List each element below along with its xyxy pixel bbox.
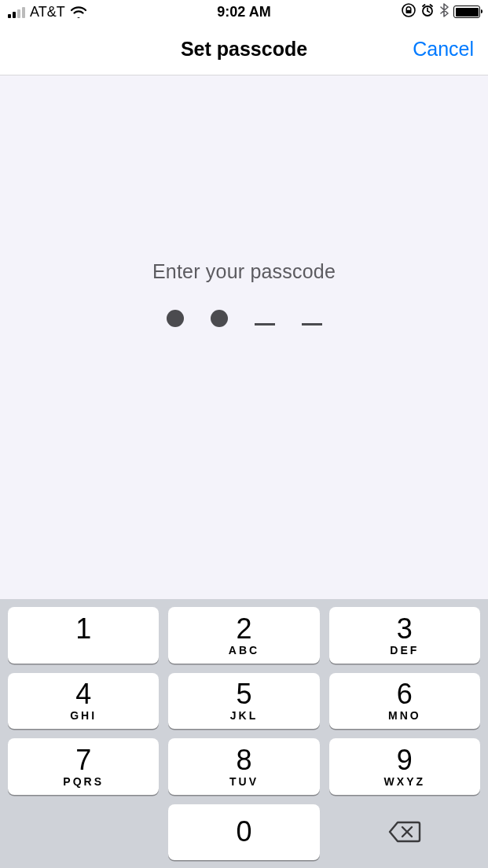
keypad-letters: GHI bbox=[70, 710, 97, 721]
keypad-letters: WXYZ bbox=[384, 776, 425, 787]
keypad-key-3[interactable]: 3DEF bbox=[329, 607, 480, 664]
keypad-digit: 6 bbox=[397, 680, 413, 708]
keypad-letters: DEF bbox=[390, 645, 419, 656]
keypad-key-2[interactable]: 2ABC bbox=[168, 607, 319, 664]
number-keypad: 12ABC3DEF4GHI5JKL6MNO7PQRS8TUV9WXYZ0 bbox=[0, 599, 488, 868]
keypad-digit: 1 bbox=[75, 615, 91, 643]
nav-bar: Set passcode Cancel bbox=[0, 24, 488, 75]
keypad-key-4[interactable]: 4GHI bbox=[8, 673, 159, 730]
keypad-digit: 4 bbox=[75, 680, 91, 708]
keypad-letters: JKL bbox=[230, 710, 258, 721]
passcode-prompt: Enter your passcode bbox=[152, 260, 336, 283]
status-bar: AT&T 9:02 AM bbox=[0, 0, 488, 24]
svg-line-4 bbox=[427, 11, 430, 13]
keypad-key-0[interactable]: 0 bbox=[168, 804, 319, 861]
svg-line-6 bbox=[431, 5, 433, 6]
bluetooth-icon bbox=[439, 3, 449, 21]
passcode-content: Enter your passcode bbox=[0, 75, 488, 599]
keypad-key-7[interactable]: 7PQRS bbox=[8, 738, 159, 795]
status-right bbox=[402, 3, 480, 21]
signal-icon bbox=[8, 6, 25, 18]
keypad-digit: 5 bbox=[236, 680, 251, 708]
keypad-digit: 2 bbox=[236, 615, 251, 643]
orientation-lock-icon bbox=[402, 3, 416, 21]
wifi-icon bbox=[70, 6, 87, 18]
clock-label: 9:02 AM bbox=[217, 4, 270, 20]
alarm-icon bbox=[420, 3, 435, 21]
svg-line-5 bbox=[423, 5, 425, 6]
keypad-key-6[interactable]: 6MNO bbox=[329, 673, 480, 730]
carrier-label: AT&T bbox=[30, 4, 65, 20]
keypad-key-5[interactable]: 5JKL bbox=[168, 673, 319, 730]
passcode-dot-empty bbox=[255, 323, 275, 326]
battery-icon bbox=[453, 6, 480, 18]
keypad-digit: 9 bbox=[397, 746, 413, 774]
keypad-digit: 3 bbox=[397, 615, 413, 643]
cancel-button[interactable]: Cancel bbox=[413, 38, 474, 61]
keypad-letters: MNO bbox=[388, 710, 421, 721]
keypad-key-8[interactable]: 8TUV bbox=[168, 738, 319, 795]
keypad-letters: TUV bbox=[229, 776, 259, 787]
keypad-digit: 8 bbox=[236, 746, 251, 774]
page-title: Set passcode bbox=[181, 38, 307, 61]
keypad-key-9[interactable]: 9WXYZ bbox=[329, 738, 480, 795]
passcode-dot-filled bbox=[211, 310, 228, 327]
keypad-digit: 0 bbox=[236, 818, 251, 846]
keypad-key-1[interactable]: 1 bbox=[8, 607, 159, 664]
passcode-dot-filled bbox=[167, 310, 184, 327]
backspace-icon bbox=[388, 820, 421, 844]
passcode-dot-empty bbox=[302, 323, 322, 326]
keypad-delete-button[interactable] bbox=[329, 804, 480, 861]
keypad-blank bbox=[8, 804, 159, 861]
status-left: AT&T bbox=[8, 4, 87, 20]
passcode-dots bbox=[167, 310, 322, 327]
keypad-letters: PQRS bbox=[63, 776, 104, 787]
svg-rect-1 bbox=[406, 9, 412, 13]
keypad-letters: ABC bbox=[229, 645, 259, 656]
keypad-digit: 7 bbox=[75, 746, 91, 774]
